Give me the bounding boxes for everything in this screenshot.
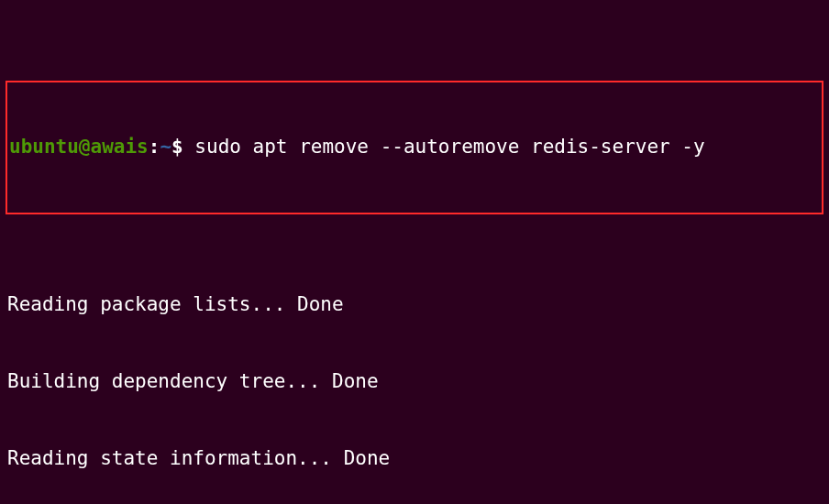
prompt-user: ubuntu	[9, 136, 79, 158]
output-line: Reading package lists... Done	[7, 291, 822, 317]
command-highlight-box: ubuntu@awais:~$ sudo apt remove --autore…	[6, 81, 823, 214]
command-line: ubuntu@awais:~$ sudo apt remove --autore…	[9, 134, 820, 159]
terminal-window[interactable]: ubuntu@awais:~$ sudo apt remove --autore…	[0, 0, 829, 504]
output-line: Building dependency tree... Done	[7, 368, 822, 394]
output-line: Reading state information... Done	[7, 445, 822, 471]
prompt-host: awais	[91, 136, 149, 158]
prompt-colon: :	[149, 136, 160, 158]
prompt-path: ~	[160, 136, 171, 158]
prompt-at: @	[79, 136, 91, 158]
prompt-dollar: $	[171, 136, 194, 158]
command-text: sudo apt remove --autoremove redis-serve…	[194, 136, 704, 158]
